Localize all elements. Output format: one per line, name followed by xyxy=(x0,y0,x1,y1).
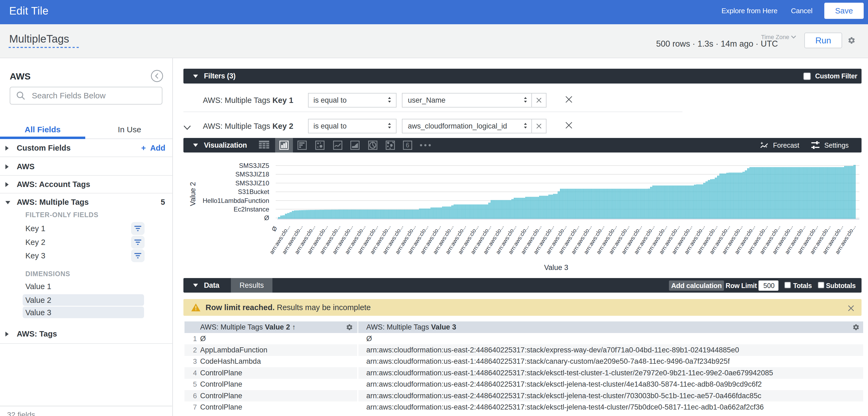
svg-text:6: 6 xyxy=(406,142,409,149)
svg-text:Ø: Ø xyxy=(270,225,278,233)
svg-text:S31Bucket: S31Bucket xyxy=(238,188,269,195)
svg-text:SMS3JIZ5: SMS3JIZ5 xyxy=(239,162,269,169)
svg-text:Ø: Ø xyxy=(264,214,269,221)
svg-text:SMS3JIZ10: SMS3JIZ10 xyxy=(236,179,269,187)
svg-text:Value 3: Value 3 xyxy=(544,264,568,272)
svg-text:Value 2: Value 2 xyxy=(189,182,197,206)
svg-text:SMS3JIZ18: SMS3JIZ18 xyxy=(236,171,269,178)
svg-text:Ec2Instance: Ec2Instance xyxy=(234,206,269,213)
svg-text:Hello1LambdaFunction: Hello1LambdaFunction xyxy=(203,197,269,204)
